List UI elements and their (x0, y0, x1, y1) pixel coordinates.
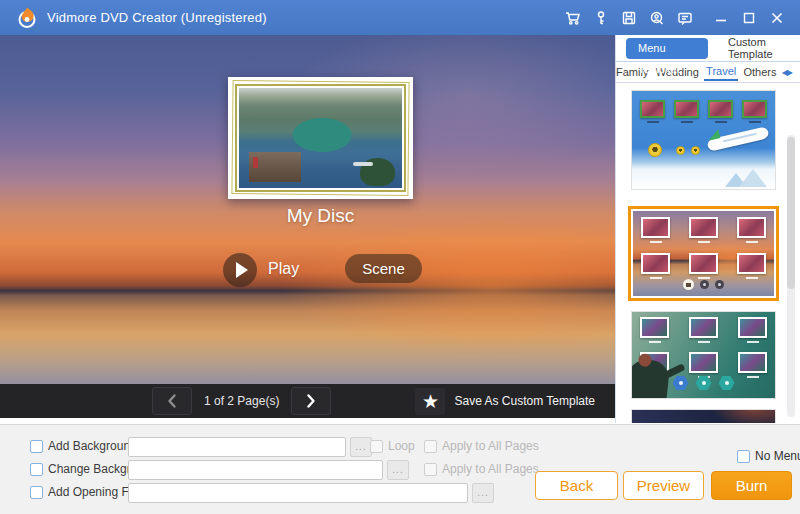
play-icon (236, 262, 248, 278)
template-sidebar: Menu Template Custom Template Family Wed… (615, 35, 800, 423)
preview-button[interactable]: Preview (623, 471, 704, 500)
register-key-icon[interactable] (588, 6, 614, 30)
add-opening-film-checkbox[interactable] (30, 486, 43, 499)
loop-label: Loop (388, 439, 415, 453)
background-apply-all-label: Apply to All Pages (442, 462, 539, 476)
category-scroll-arrows-icon[interactable]: ◀▶ (782, 68, 792, 77)
no-menu-label: No Menu (755, 449, 800, 463)
home-icon (683, 279, 694, 290)
app-window: Vidmore DVD Creator (Unregistered) (0, 0, 800, 514)
app-logo-icon (16, 7, 38, 29)
scrollbar-thumb[interactable] (787, 137, 795, 289)
back-button[interactable]: Back (535, 471, 618, 500)
browse-music-button[interactable]: ... (350, 437, 372, 457)
maximize-button[interactable] (736, 6, 762, 30)
options-panel: Add Background Music: ... Loop Apply to … (0, 424, 800, 514)
previous-page-button[interactable] (152, 387, 192, 415)
close-button[interactable] (764, 6, 790, 30)
menu-preview: My Disc Play Scene 1 of 2 Page(s) ★ Save… (0, 35, 615, 418)
background-music-row: Add Background Music: ... Loop Apply to … (0, 437, 800, 457)
template-list (616, 83, 800, 423)
minimize-button[interactable] (708, 6, 734, 30)
page-counter: 1 of 2 Page(s) (204, 394, 279, 408)
add-background-music-checkbox[interactable] (30, 440, 43, 453)
browse-background-button[interactable]: ... (387, 460, 409, 480)
scene-button[interactable]: Scene (345, 254, 422, 283)
chevron-left-icon (170, 396, 175, 407)
no-menu-checkbox[interactable] (737, 450, 750, 463)
change-background-input[interactable] (128, 460, 383, 480)
window-title: Vidmore DVD Creator (Unregistered) (47, 10, 267, 25)
background-music-input[interactable] (128, 437, 346, 457)
opening-film-input[interactable] (128, 483, 468, 503)
star-icon[interactable]: ★ (415, 388, 445, 415)
sidebar-scrollbar[interactable] (787, 135, 795, 417)
save-as-custom-template-button[interactable]: Save As Custom Template (454, 394, 595, 408)
play-button[interactable] (223, 253, 257, 287)
template-travel-tourist[interactable] (631, 311, 776, 399)
burn-button[interactable]: Burn (711, 471, 792, 500)
background-apply-all-checkbox[interactable] (424, 463, 437, 476)
template-travel-night[interactable] (631, 409, 776, 423)
category-others[interactable]: Others (741, 64, 778, 80)
change-background-checkbox[interactable] (30, 463, 43, 476)
loop-checkbox[interactable] (370, 440, 383, 453)
disc-photo-frame[interactable] (228, 77, 413, 199)
page-navigation-bar: 1 of 2 Page(s) ★ Save As Custom Template (0, 384, 615, 418)
save-project-icon[interactable] (616, 6, 642, 30)
category-travel[interactable]: Travel (704, 63, 738, 81)
disc-title-text[interactable]: My Disc (233, 205, 408, 227)
play-button-label[interactable]: Play (268, 260, 318, 278)
no-menu-option: No Menu (737, 449, 800, 463)
titlebar: Vidmore DVD Creator (Unregistered) (0, 0, 800, 35)
template-travel-sunset-selected[interactable] (628, 206, 779, 301)
airplane-icon (706, 126, 769, 152)
chevron-right-icon (309, 396, 314, 407)
tab-custom-template[interactable]: Custom Template (722, 36, 800, 60)
harbor-photo (239, 88, 402, 188)
template-travel-airplane[interactable] (631, 90, 776, 190)
browse-opening-film-button[interactable]: ... (472, 483, 494, 503)
music-apply-all-label: Apply to All Pages (442, 439, 539, 453)
sidebar-tabs: Menu Template Custom Template (616, 35, 800, 62)
support-icon[interactable] (644, 6, 670, 30)
tab-menu-template[interactable]: Menu Template (626, 38, 708, 59)
cart-icon[interactable] (560, 6, 586, 30)
feedback-icon[interactable] (672, 6, 698, 30)
music-apply-all-checkbox[interactable] (424, 440, 437, 453)
next-page-button[interactable] (291, 387, 331, 415)
